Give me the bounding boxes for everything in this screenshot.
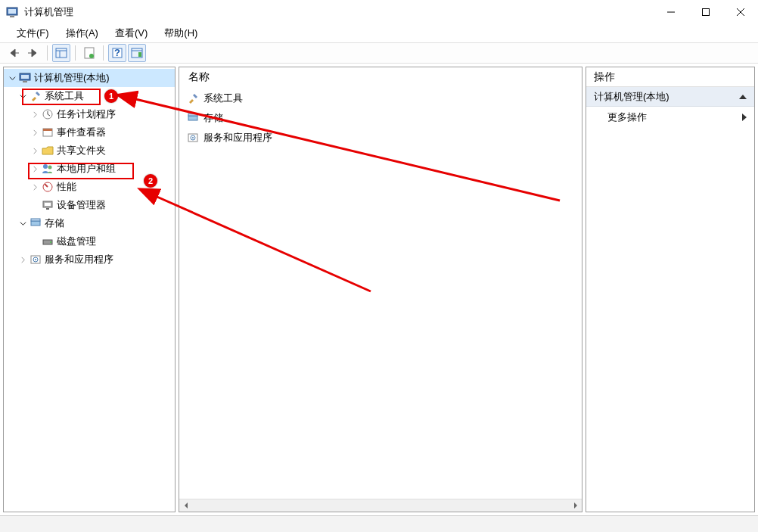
- list-item[interactable]: 系统工具: [179, 89, 582, 108]
- chevron-right-icon[interactable]: [30, 109, 40, 120]
- users-icon: [42, 163, 54, 175]
- maximize-button[interactable]: [688, 0, 723, 24]
- list-item-label: 系统工具: [203, 92, 243, 105]
- window-title: 计算机管理: [24, 5, 654, 19]
- tree-device-manager[interactable]: 设备管理器: [4, 196, 175, 214]
- performance-icon: [42, 181, 54, 193]
- tree-shared-folders-label: 共享文件夹: [57, 144, 106, 157]
- svg-rect-2: [10, 16, 14, 17]
- back-button[interactable]: [5, 44, 23, 62]
- svg-rect-1: [8, 9, 16, 14]
- actions-more[interactable]: 更多操作: [586, 107, 754, 128]
- chevron-right-icon[interactable]: [17, 254, 28, 265]
- svg-rect-22: [43, 129, 52, 131]
- svg-rect-16: [138, 52, 141, 57]
- actions-panel: 操作 计算机管理(本地) 更多操作: [586, 67, 755, 512]
- tools-icon: [30, 90, 42, 102]
- column-header-name[interactable]: 名称: [179, 67, 582, 87]
- menubar: 文件(F) 操作(A) 查看(V) 帮助(H): [0, 24, 758, 42]
- toolbar-separator: [47, 45, 48, 61]
- tree-local-users-groups-label: 本地用户和组: [57, 162, 116, 176]
- storage-icon: [187, 112, 199, 124]
- show-hide-action-pane-button[interactable]: [128, 44, 146, 62]
- menu-view[interactable]: 查看(V): [107, 25, 155, 42]
- chevron-right-icon[interactable]: [30, 127, 40, 138]
- tree-event-viewer[interactable]: 事件查看器: [4, 123, 175, 142]
- help-button[interactable]: ?: [108, 44, 126, 62]
- toolbar-separator: [103, 45, 104, 61]
- svg-rect-27: [45, 203, 51, 206]
- list-item[interactable]: 服务和应用程序: [179, 128, 582, 148]
- content-panel: 名称 系统工具 存储 服务和应用程序: [179, 67, 582, 512]
- close-button[interactable]: [723, 0, 758, 24]
- svg-rect-36: [188, 116, 197, 120]
- properties-button[interactable]: [80, 44, 98, 62]
- menu-file[interactable]: 文件(F): [9, 25, 57, 42]
- actions-more-label: 更多操作: [607, 110, 647, 124]
- forward-button[interactable]: [24, 44, 42, 62]
- tree-task-scheduler[interactable]: 任务计划程序: [4, 105, 175, 123]
- list-item-label: 服务和应用程序: [203, 131, 272, 145]
- chevron-right-icon: [742, 114, 747, 121]
- svg-point-32: [50, 241, 51, 243]
- tree-root-label: 计算机管理(本地): [34, 71, 110, 85]
- tree-storage-label: 存储: [45, 216, 64, 230]
- tree-shared-folders[interactable]: 共享文件夹: [4, 142, 175, 160]
- services-icon: [30, 254, 42, 266]
- device-manager-icon: [42, 199, 54, 211]
- scroll-right-button[interactable]: [569, 499, 582, 512]
- tree-event-viewer-label: 事件查看器: [57, 126, 106, 139]
- computer-management-icon: [19, 72, 31, 84]
- chevron-down-icon[interactable]: [17, 218, 28, 229]
- tree-disk-management-label: 磁盘管理: [57, 235, 96, 248]
- svg-rect-28: [46, 208, 49, 210]
- chevron-down-icon[interactable]: [17, 91, 28, 101]
- tree-services-apps[interactable]: 服务和应用程序: [4, 250, 175, 269]
- horizontal-scrollbar[interactable]: [179, 499, 582, 512]
- tree-performance-label: 性能: [57, 180, 76, 194]
- svg-rect-29: [31, 221, 40, 226]
- svg-point-24: [48, 166, 52, 170]
- menu-action[interactable]: 操作(A): [58, 25, 106, 42]
- tree-root[interactable]: 计算机管理(本地): [4, 69, 175, 87]
- actions-group-title[interactable]: 计算机管理(本地): [586, 87, 754, 107]
- annotation-badge-1: 1: [104, 89, 118, 103]
- svg-rect-18: [21, 75, 29, 79]
- tree-storage[interactable]: 存储: [4, 214, 175, 232]
- tree-system-tools-label: 系统工具: [45, 89, 84, 103]
- shared-folder-icon: [42, 145, 54, 157]
- show-hide-tree-button[interactable]: [52, 44, 70, 62]
- list-item-label: 存储: [203, 111, 223, 125]
- menu-help[interactable]: 帮助(H): [157, 25, 205, 42]
- statusbar: [0, 515, 758, 532]
- svg-rect-30: [31, 219, 40, 221]
- svg-point-40: [192, 137, 194, 138]
- disk-icon: [42, 235, 54, 247]
- tree-task-scheduler-label: 任务计划程序: [57, 107, 116, 121]
- tree-device-manager-label: 设备管理器: [57, 198, 106, 212]
- scroll-left-button[interactable]: [179, 499, 192, 512]
- storage-icon: [30, 217, 42, 229]
- chevron-right-icon[interactable]: [30, 145, 40, 156]
- event-viewer-icon: [42, 126, 54, 138]
- chevron-right-icon[interactable]: [30, 182, 40, 192]
- tree-services-apps-label: 服务和应用程序: [45, 253, 113, 266]
- svg-text:?: ?: [114, 48, 120, 58]
- actions-group-title-label: 计算机管理(本地): [594, 90, 669, 104]
- toolbar-separator: [75, 45, 76, 61]
- app-icon: [6, 6, 18, 18]
- tree-system-tools[interactable]: 系统工具: [4, 87, 175, 105]
- svg-point-35: [35, 259, 36, 260]
- svg-rect-4: [703, 9, 710, 16]
- tree-disk-management[interactable]: 磁盘管理: [4, 232, 175, 250]
- actions-header: 操作: [586, 67, 754, 87]
- minimize-button[interactable]: [654, 0, 688, 24]
- svg-point-11: [89, 54, 94, 58]
- chevron-right-icon[interactable]: [30, 163, 40, 174]
- list-item[interactable]: 存储: [179, 108, 582, 128]
- titlebar: 计算机管理: [0, 0, 758, 24]
- services-icon: [187, 132, 199, 144]
- tools-icon: [187, 92, 199, 104]
- chevron-down-icon[interactable]: [7, 73, 17, 83]
- svg-rect-37: [188, 114, 197, 116]
